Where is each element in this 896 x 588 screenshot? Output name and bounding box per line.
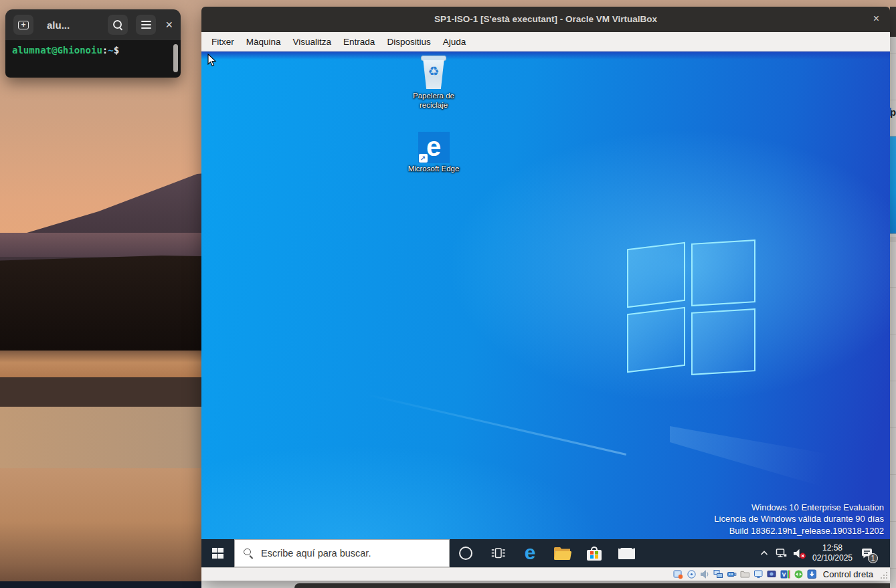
wallpaper-top-vignette (201, 52, 890, 60)
prompt-user: alumnat@Ghionoiu (12, 45, 102, 56)
search-input[interactable] (261, 548, 442, 559)
statusbar-mouseintegration-icon[interactable] (794, 569, 804, 579)
new-tab-icon (18, 21, 29, 29)
mail-button[interactable] (610, 539, 642, 567)
window-close-button[interactable]: × (873, 7, 879, 32)
menu-maquina[interactable]: Màquina (240, 37, 287, 47)
terminal-window[interactable]: alu... × alumnat@Ghionoiu:~$ (5, 9, 181, 78)
edge-label: Microsoft Edge (403, 165, 464, 174)
windows-activation-watermark: Windows 10 Enterprise Evaluation Licenci… (714, 502, 884, 537)
statusbar-network-icon[interactable] (713, 569, 724, 579)
sliver-titlebar (890, 7, 896, 37)
chevron-up-icon (760, 551, 768, 556)
host-bottom-panel-edge (0, 581, 201, 588)
hamburger-icon (141, 21, 151, 29)
statusbar-features-icon[interactable]: V (780, 569, 791, 579)
menu-ajuda[interactable]: Ajuda (437, 37, 472, 47)
window-title: SP1-ISO-1 [S'està executant] - Oracle VM… (201, 7, 890, 32)
cortana-icon (459, 547, 472, 560)
sliver-tiny-text (890, 237, 896, 242)
activation-line2: Licencia de Windows válida durante 90 dí… (714, 513, 884, 525)
vm-screen: ♻ Papelera de reciclaje e ↗ Microsoft Ed… (201, 52, 890, 567)
terminal-body[interactable]: alumnat@Ghionoiu:~$ (5, 40, 181, 78)
terminal-close-button[interactable]: × (165, 19, 173, 31)
windows-desktop[interactable]: ♻ Papelera de reciclaje e ↗ Microsoft Ed… (201, 52, 890, 539)
edge-taskbar-button[interactable]: e (514, 539, 546, 567)
edge-icon: e ↗ (418, 132, 450, 163)
clock-date: 02/10/2025 (812, 553, 853, 563)
virtualbox-titlebar[interactable]: SP1-ISO-1 [S'està executant] - Oracle VM… (201, 7, 890, 32)
host-key-label: Control dreta (823, 569, 873, 579)
mouse-cursor (207, 54, 217, 67)
statusbar-keyboard-icon[interactable] (807, 569, 818, 579)
task-view-button[interactable] (482, 539, 514, 567)
prompt-path: ~ (108, 45, 113, 56)
wallpaper-light-ray (365, 393, 626, 455)
edge-icon: e (525, 543, 536, 565)
background-manager-window-sliver[interactable]: p (890, 7, 896, 588)
activation-line3: Build 18362.19h1_release.190318-1202 (714, 525, 884, 537)
ethernet-icon (775, 548, 788, 559)
sliver-icon-fragment (890, 108, 891, 116)
statusbar-recording-icon[interactable] (767, 569, 778, 579)
tray-clock[interactable]: 12:58 02/10/2025 (808, 539, 857, 567)
windows-taskbar: e (201, 539, 890, 567)
windows-logo-wallpaper (627, 246, 755, 373)
file-explorer-icon (554, 547, 570, 559)
tray-volume-button[interactable] (790, 539, 808, 567)
shortcut-arrow-icon: ↗ (419, 154, 428, 163)
background-window-titlebar-edge (294, 583, 890, 588)
system-tray: 12:58 02/10/2025 1 (756, 539, 890, 567)
wallpaper-light-wedge (670, 426, 890, 506)
mail-icon (618, 548, 635, 559)
windows-start-icon (212, 548, 223, 559)
sliver-vm-preview-thumbnail (890, 136, 896, 234)
activation-line1: Windows 10 Enterprise Evaluation (714, 502, 884, 514)
statusbar-usb-icon[interactable] (727, 569, 737, 579)
action-center-button[interactable]: 1 (857, 539, 879, 567)
volume-muted-icon (792, 548, 806, 559)
statusbar-harddisk-icon[interactable] (673, 569, 684, 579)
terminal-menu-button[interactable] (136, 15, 156, 35)
cortana-button[interactable] (450, 539, 482, 567)
recycle-symbol-icon: ♻ (419, 64, 448, 78)
menu-visualitza[interactable]: Visualitza (287, 37, 338, 47)
statusbar-audio-icon[interactable] (700, 569, 711, 579)
tray-chevron-button[interactable] (756, 539, 772, 567)
search-icon (112, 19, 123, 30)
file-explorer-button[interactable] (546, 539, 578, 567)
menu-dispositius[interactable]: Dispositius (381, 37, 436, 47)
svg-text:V: V (782, 571, 786, 578)
recycle-label-line1: Papelera de (403, 92, 464, 101)
search-icon (244, 549, 254, 559)
virtualbox-statusbar: V Control dreta (201, 567, 890, 581)
taskbar-search-box[interactable] (234, 539, 450, 567)
menu-entrada[interactable]: Entrada (337, 37, 381, 47)
menu-fitxer[interactable]: Fitxer (205, 37, 240, 47)
desktop-icon-microsoft-edge[interactable]: e ↗ Microsoft Edge (403, 132, 464, 174)
notification-badge: 1 (868, 553, 878, 563)
task-view-icon (491, 547, 505, 559)
statusbar-sharedfolders-icon[interactable] (740, 569, 751, 579)
terminal-titlebar[interactable]: alu... × (5, 9, 181, 40)
virtualbox-window: SP1-ISO-1 [S'està executant] - Oracle VM… (201, 7, 890, 581)
statusbar-opticaldisc-icon[interactable] (687, 569, 697, 579)
desktop-icon-recycle-bin[interactable]: ♻ Papelera de reciclaje (403, 56, 464, 110)
screen: p alu... × alumnat@Ghionoiu:~$ SP1-ISO-1 (0, 0, 896, 588)
terminal-title: alu... (47, 19, 70, 31)
statusbar-display-icon[interactable] (753, 569, 764, 579)
resize-grip[interactable] (879, 571, 887, 579)
recycle-bin-icon: ♻ (419, 56, 448, 90)
microsoft-store-button[interactable] (578, 539, 610, 567)
store-icon (587, 547, 602, 561)
terminal-search-button[interactable] (108, 15, 128, 35)
tray-network-button[interactable] (772, 539, 790, 567)
new-tab-button[interactable] (13, 15, 33, 35)
recycle-label-line2: reciclaje (403, 101, 464, 110)
start-button[interactable] (201, 539, 234, 567)
virtualbox-menubar: Fitxer Màquina Visualitza Entrada Dispos… (201, 32, 890, 52)
terminal-scrollbar[interactable] (173, 44, 178, 72)
clock-time: 12:58 (812, 543, 853, 553)
